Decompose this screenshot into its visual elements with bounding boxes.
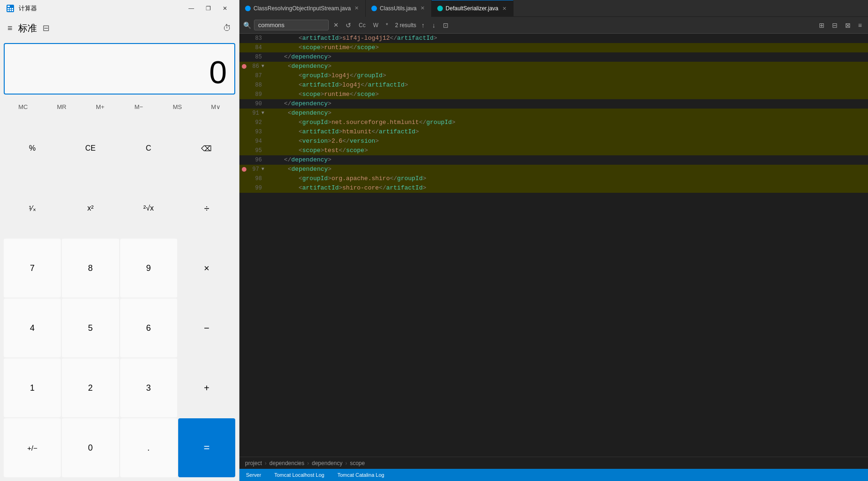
gutter-86: 86 ▼ [239, 62, 269, 71]
negate-button[interactable]: +/− [4, 418, 61, 477]
zero-button[interactable]: 0 [62, 418, 119, 477]
status-server[interactable]: Server [243, 469, 264, 481]
code-line-97: 97 ▼ <dependency> [239, 165, 868, 174]
search-settings-button[interactable]: ⊞ [817, 20, 827, 30]
add-button[interactable]: + [178, 358, 235, 417]
mview-button[interactable]: M∨ [197, 96, 236, 117]
code-line-85: 85 </dependency> [239, 52, 868, 62]
whole-word-button[interactable]: W [371, 21, 381, 30]
gutter-87: 87 [239, 71, 266, 80]
breadcrumb-project[interactable]: project [245, 460, 262, 466]
tab-class-resolving[interactable]: ClassResolvingObjectInputStream.java ✕ [239, 0, 366, 17]
code-content-93: <artifactId>htmlunit</artifactId> [266, 127, 868, 137]
fold-83 [244, 36, 250, 41]
mc-button[interactable]: MC [4, 96, 43, 117]
decimal-button[interactable]: . [120, 418, 177, 477]
code-content-87: <groupId>log4j</groupId> [266, 71, 868, 80]
history-icon[interactable]: ⏱ [223, 23, 231, 33]
square-button[interactable]: x² [62, 179, 119, 238]
backspace-button[interactable]: ⌫ [178, 119, 235, 178]
calculator-app-icon [6, 4, 15, 13]
case-sensitive-button[interactable]: Cc [356, 21, 368, 30]
regex-button[interactable]: * [383, 21, 391, 30]
five-button[interactable]: 5 [62, 299, 119, 357]
code-content-90: </dependency> [266, 99, 868, 109]
next-result-button[interactable]: ↓ [430, 20, 438, 30]
close-button[interactable]: ✕ [217, 2, 233, 15]
two-button[interactable]: 2 [62, 358, 119, 417]
nine-button[interactable]: 9 [120, 239, 177, 298]
multiply-button[interactable]: × [178, 239, 235, 298]
hamburger-icon[interactable]: ≡ [7, 23, 13, 33]
code-content-97: <dependency> [269, 165, 868, 174]
four-button[interactable]: 4 [4, 299, 61, 357]
mplus-button[interactable]: M+ [81, 96, 120, 117]
status-tomcat-catalina[interactable]: Tomcat Catalina Log [334, 469, 387, 481]
divide-button[interactable]: ÷ [178, 179, 235, 238]
breakpoint-97 [241, 167, 247, 172]
code-content-89: <scope>runtime</scope> [266, 90, 868, 99]
svg-rect-1 [7, 6, 10, 7]
prev-result-button[interactable]: ↑ [419, 20, 427, 30]
breadcrumb-scope[interactable]: scope [350, 460, 365, 466]
code-line-95: 95 <scope>test</scope> [239, 146, 868, 155]
search-clear-button[interactable]: ✕ [332, 21, 340, 29]
gutter-84: 84 [239, 43, 266, 52]
code-content-88: <artifactId>log4j</artifactId> [266, 80, 868, 90]
fold-85 [244, 54, 250, 60]
titlebar-left: 计算器 [6, 4, 37, 13]
three-button[interactable]: 3 [120, 358, 177, 417]
tab-class-utils[interactable]: ClassUtils.java ✕ [366, 0, 432, 17]
tab-close-class-resolving[interactable]: ✕ [354, 4, 360, 12]
line-number-90: 90 [251, 99, 262, 109]
status-tomcat-localhost[interactable]: Tomcat Localhost Log [271, 469, 327, 481]
one-button[interactable]: 1 [4, 358, 61, 417]
search-list-button[interactable]: ≡ [856, 20, 864, 30]
minimize-button[interactable]: — [183, 2, 200, 15]
tab-close-class-utils[interactable]: ✕ [420, 4, 426, 12]
tab-label-default-serializer: DefaultSerializer.java [446, 5, 499, 12]
line-number-98: 98 [251, 174, 262, 183]
breadcrumb-dependency[interactable]: dependency [312, 460, 342, 466]
search-refresh-button[interactable]: ↺ [343, 20, 354, 30]
tab-close-default-serializer[interactable]: ✕ [501, 5, 507, 13]
percent-button[interactable]: % [4, 119, 61, 178]
six-button[interactable]: 6 [120, 299, 177, 357]
line-number-87: 87 [251, 71, 262, 80]
search-bar: 🔍 ✕ ↺ Cc W * 2 results ↑ ↓ ⊡ ⊞ ⊟ ⊠ ≡ [239, 17, 868, 34]
code-line-99: 99 <artifactId>shiro-core</artifactId> [239, 183, 868, 193]
eight-button[interactable]: 8 [62, 239, 119, 298]
code-content-85: </dependency> [266, 52, 868, 62]
tab-default-serializer[interactable]: DefaultSerializer.java ✕ [432, 0, 514, 17]
fold-89 [244, 92, 250, 97]
reciprocal-button[interactable]: ¹⁄ₓ [4, 179, 61, 238]
tab-dot-class-resolving [245, 6, 251, 11]
equals-button[interactable]: = [178, 418, 235, 477]
sqrt-button[interactable]: ²√x [120, 179, 177, 238]
fold-icon-91: ▼ [260, 110, 266, 116]
toggle-replace-button[interactable]: ⊡ [441, 20, 451, 30]
breadcrumb-dependencies[interactable]: dependencies [269, 460, 304, 466]
ce-button[interactable]: CE [62, 119, 119, 178]
ms-button[interactable]: MS [158, 96, 197, 117]
search-close-button[interactable]: ⊠ [843, 20, 853, 30]
code-content-84: <scope>runtime</scope> [266, 43, 868, 52]
maximize-button[interactable]: ❐ [200, 2, 217, 15]
search-filter-button[interactable]: ⊟ [830, 20, 840, 30]
mminus-button[interactable]: M− [120, 96, 159, 117]
mode-icon: ⊟ [43, 23, 50, 33]
code-content-98: <groupId>org.apache.shiro</groupId> [266, 174, 868, 183]
code-line-84: 84 <scope>runtime</scope> [239, 43, 868, 52]
line-number-94: 94 [251, 137, 262, 146]
clear-button[interactable]: C [120, 119, 177, 178]
calculator-titlebar: 计算器 — ❐ ✕ [0, 0, 239, 17]
subtract-button[interactable]: − [178, 299, 235, 357]
code-editor[interactable]: 83 <artifactId>slf4j-log4j12</artifactId… [239, 34, 868, 457]
header-left: ≡ 标准 ⊟ [7, 22, 50, 35]
seven-button[interactable]: 7 [4, 239, 61, 298]
gutter-90: 90 [239, 99, 266, 109]
search-input[interactable] [254, 20, 329, 30]
mr-button[interactable]: MR [43, 96, 81, 117]
editor-panel: ClassResolvingObjectInputStream.java ✕ C… [239, 0, 868, 481]
code-line-87: 87 <groupId>log4j</groupId> [239, 71, 868, 80]
